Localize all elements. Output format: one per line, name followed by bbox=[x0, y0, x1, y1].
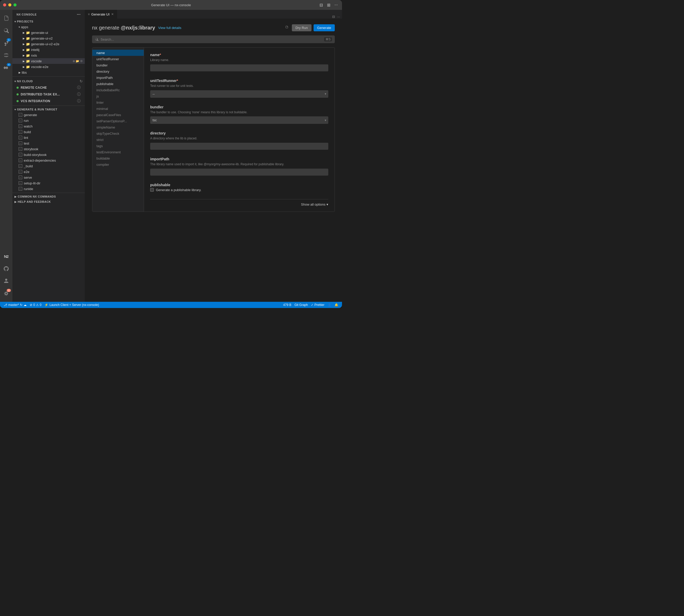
copy-button[interactable] bbox=[283, 24, 290, 31]
field-input-directory[interactable] bbox=[150, 143, 328, 150]
maximize-button[interactable] bbox=[14, 3, 17, 6]
form-nav-skipTypeCheck[interactable]: skipTypeCheck bbox=[92, 130, 144, 136]
view-full-details-link[interactable]: View full details bbox=[158, 26, 181, 30]
sidebar-more-icon[interactable]: ··· bbox=[77, 12, 81, 17]
more-actions-icon[interactable]: ··· bbox=[337, 15, 340, 19]
sidebar-item-generate-ui-v2[interactable]: ▶ 📁 generate-ui-v2 bbox=[13, 36, 85, 41]
form-nav-bundler[interactable]: bundler bbox=[92, 62, 144, 68]
activity-settings[interactable]: 1 bbox=[0, 287, 13, 300]
form-nav-linter[interactable]: linter bbox=[92, 99, 144, 106]
form-nav-simpleName[interactable]: simpleName bbox=[92, 124, 144, 130]
help-feedback-section-header[interactable]: HELP AND FEEDBACK bbox=[13, 199, 85, 204]
refresh-icon[interactable]: ↻ bbox=[79, 79, 83, 83]
split-editor-icon[interactable]: ⊟ bbox=[318, 2, 324, 8]
run-target-runlde[interactable]: ▷ runlde bbox=[13, 186, 85, 192]
vcs-integration-info-icon[interactable]: ⓘ bbox=[77, 99, 81, 104]
activity-search[interactable] bbox=[0, 24, 13, 37]
copy-icon[interactable]: ⊕ bbox=[73, 60, 75, 63]
tab-close-button[interactable]: ✕ bbox=[111, 13, 114, 16]
sidebar-item-generate-ui[interactable]: ▶ 📁 generate-ui bbox=[13, 30, 85, 36]
form-nav-setParserOptionsP[interactable]: setParserOptionsP... bbox=[92, 118, 144, 124]
activity-account[interactable] bbox=[0, 275, 13, 287]
status-launch[interactable]: ⚡ Launch Client + Server (nx-console) bbox=[43, 302, 100, 308]
run-target-run[interactable]: ▷ run bbox=[13, 118, 85, 123]
settings-small-icon[interactable]: ⚙ bbox=[80, 60, 83, 63]
field-input-name[interactable] bbox=[150, 64, 328, 71]
help-feedback-label: HELP AND FEEDBACK bbox=[18, 200, 51, 203]
search-input[interactable] bbox=[100, 38, 322, 41]
run-target-build[interactable]: ▷ build bbox=[13, 129, 85, 135]
layout-icon[interactable]: ⊞ bbox=[326, 2, 332, 8]
activity-nx[interactable]: N2 bbox=[0, 250, 13, 263]
sidebar-item-intellij[interactable]: ▶ 📁 intellij bbox=[13, 47, 85, 52]
run-target-test[interactable]: ▷ test bbox=[13, 140, 85, 146]
distributed-task-info-icon[interactable]: ⓘ bbox=[77, 92, 81, 97]
field-checkbox-publishable[interactable] bbox=[150, 188, 154, 192]
show-all-options[interactable]: Show all options ▾ bbox=[150, 199, 328, 206]
form-nav-unitTestRunner[interactable]: unitTestRunner bbox=[92, 56, 144, 62]
sidebar-item-distributed-task[interactable]: DISTRIBUTED TASK EX... ⓘ bbox=[13, 91, 85, 98]
form-nav-strict[interactable]: strict bbox=[92, 136, 144, 143]
run-target-build-storybook[interactable]: ▷ build-storybook bbox=[13, 152, 85, 157]
sidebar-item-libs[interactable]: ▶ libs bbox=[13, 70, 85, 75]
activity-run[interactable] bbox=[0, 49, 13, 62]
sidebar-item-nxls[interactable]: ▶ 📁 nxls bbox=[13, 52, 85, 58]
form-nav-minimal[interactable]: minimal bbox=[92, 106, 144, 112]
activity-source-control[interactable]: 1 bbox=[0, 37, 13, 49]
sidebar-item-vscode[interactable]: ▶ 📁 vscode ⊕ 📂 ⚙ bbox=[13, 58, 85, 64]
dry-run-button[interactable]: Dry Run bbox=[292, 24, 312, 31]
form-nav-publishable[interactable]: publishable bbox=[92, 81, 144, 87]
status-person[interactable]: 👤 bbox=[326, 302, 333, 308]
projects-section-header[interactable]: PROJECTS bbox=[13, 19, 85, 24]
form-nav-includeBabelRc[interactable]: includeBabelRc bbox=[92, 87, 144, 93]
status-git-graph[interactable]: Git Graph bbox=[293, 302, 310, 308]
more-icon[interactable]: ··· bbox=[334, 2, 339, 8]
field-input-importPath[interactable] bbox=[150, 169, 328, 176]
sidebar-item-vcs-integration[interactable]: VCS INTEGRATION ⓘ bbox=[13, 98, 85, 105]
sidebar-item-remote-cache[interactable]: REMOTE CACHE ⓘ bbox=[13, 84, 85, 91]
folder-icon2[interactable]: 📂 bbox=[76, 60, 79, 63]
generate-button[interactable]: Generate bbox=[314, 24, 335, 31]
form-nav-tags[interactable]: tags bbox=[92, 143, 144, 149]
activity-github[interactable] bbox=[0, 263, 13, 275]
generate-header: nx generate @nx/js:library View full det… bbox=[92, 24, 335, 31]
activity-extensions[interactable]: 4 bbox=[0, 62, 13, 74]
launch-text: Launch Client + Server (nx-console) bbox=[49, 303, 99, 307]
run-target-e2e[interactable]: ▷ e2e bbox=[13, 169, 85, 175]
form-nav-name[interactable]: name bbox=[92, 50, 144, 56]
field-select-unitTestRunner[interactable]: -- jest vitest none bbox=[150, 90, 328, 98]
form-nav-js[interactable]: js bbox=[92, 93, 144, 99]
sidebar-item-vscode-e2e[interactable]: ▶ 📁 vscode-e2e bbox=[13, 64, 85, 70]
run-target-lint[interactable]: ▷ lint bbox=[13, 135, 85, 140]
item-chevron-right: ▶ bbox=[23, 31, 25, 34]
run-target-serve[interactable]: ▷ serve bbox=[13, 175, 85, 180]
minimize-button[interactable] bbox=[8, 3, 12, 6]
remote-cache-info-icon[interactable]: ⓘ bbox=[77, 85, 81, 90]
form-nav-importPath[interactable]: importPath bbox=[92, 74, 144, 81]
run-target-storybook[interactable]: ▷ storybook bbox=[13, 146, 85, 152]
generate-run-section-header[interactable]: GENERATE & RUN TARGET bbox=[13, 107, 85, 112]
status-prettier[interactable]: ✓ Prettier bbox=[310, 302, 326, 308]
form-nav-compiler[interactable]: compiler bbox=[92, 161, 144, 168]
form-nav-testEnvironment[interactable]: testEnvironment bbox=[92, 149, 144, 155]
run-target-extract-dependencies[interactable]: ▷ extract-dependencies bbox=[13, 157, 85, 163]
form-nav-pascalCaseFiles[interactable]: pascalCaseFiles bbox=[92, 112, 144, 118]
sidebar-item-generate-ui-v2-e2e[interactable]: ▶ 📁 generate-ui-v2-e2e bbox=[13, 41, 85, 47]
status-errors[interactable]: ⊘ 0 ⚠ 0 bbox=[28, 302, 43, 308]
field-select-bundler[interactable]: tsc rollup esbuild none bbox=[150, 116, 328, 124]
split-editor-icon[interactable]: ⊟ bbox=[332, 15, 335, 19]
close-button[interactable] bbox=[3, 3, 6, 6]
form-nav-buildable[interactable]: buildable bbox=[92, 155, 144, 161]
tab-generate-ui[interactable]: ≡ Generate UI ✕ bbox=[85, 10, 117, 19]
run-target-setup-lit-dir[interactable]: ▷ setup-lit-dir bbox=[13, 180, 85, 186]
run-target-watch[interactable]: ▷ watch bbox=[13, 123, 85, 129]
run-target-_build[interactable]: ▷ _build bbox=[13, 163, 85, 169]
status-bell[interactable]: 🔔 bbox=[333, 302, 340, 308]
run-target-generate[interactable]: ▷ generate bbox=[13, 112, 85, 118]
form-nav-directory[interactable]: directory bbox=[92, 68, 144, 74]
activity-files[interactable] bbox=[0, 12, 13, 24]
status-branch[interactable]: ⎇ master* ↻ ☁ bbox=[2, 302, 28, 308]
status-file-size[interactable]: 479 B bbox=[282, 302, 293, 308]
sidebar-item-apps[interactable]: apps bbox=[13, 24, 85, 30]
common-nx-section-header[interactable]: COMMON NX COMMANDS bbox=[13, 194, 85, 199]
